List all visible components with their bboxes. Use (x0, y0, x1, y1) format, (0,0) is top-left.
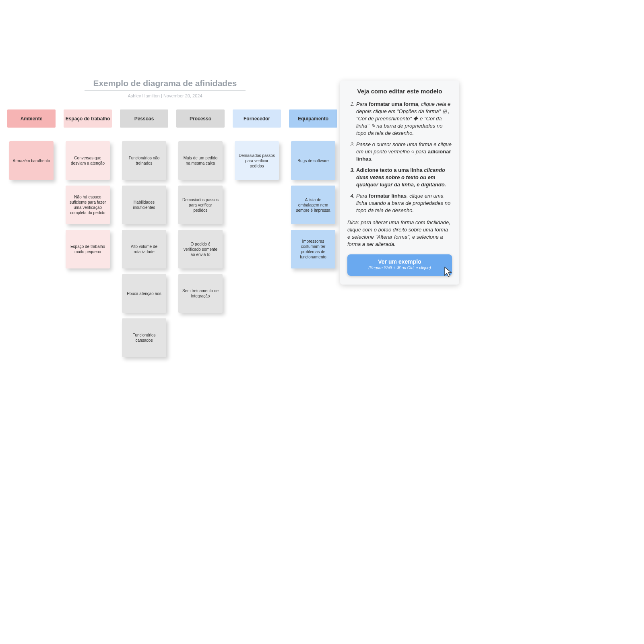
cursor-icon (442, 266, 454, 279)
affinity-card[interactable]: A lista de embalagem nem sempre é impres… (291, 186, 335, 224)
column-5: EquipamentoBugs de softwareA lista de em… (289, 109, 337, 363)
column-3: ProcessoMais de um pedido na mesma caixa… (176, 109, 225, 363)
column-header[interactable]: Ambiente (7, 109, 56, 128)
help-step: Para formatar linhas, clique em uma linh… (356, 192, 452, 214)
affinity-card[interactable]: Impressoras costumam ter problemas de fu… (291, 230, 335, 268)
see-example-button-label: Ver um exemplo (378, 258, 421, 265)
affinity-card[interactable]: Habilidades insuficientes (122, 186, 166, 224)
canvas: Exemplo de diagrama de afinidades Ashley… (0, 0, 644, 644)
help-steps: Para formatar uma forma, clique nela e d… (347, 101, 452, 214)
see-example-button-sub: (Segure Shift + ⌘ ou Ctrl, e clique) (350, 266, 450, 270)
affinity-card[interactable]: Não há espaço suficiente para fazer uma … (66, 186, 110, 224)
affinity-card[interactable]: Demasiados passos para verificar pedidos (178, 186, 223, 224)
help-tip: Dica: para alterar uma forma com facilid… (347, 219, 452, 248)
affinity-card[interactable]: Armazém barulhento (9, 141, 54, 180)
see-example-button[interactable]: Ver um exemplo (Segure Shift + ⌘ ou Ctrl… (347, 254, 452, 276)
column-2: PessoasFuncionários não treinadosHabilid… (120, 109, 168, 363)
columns-container: AmbienteArmazém barulhentoEspaço de trab… (0, 109, 330, 363)
help-step: Passe o cursor sobre uma forma e clique … (356, 141, 452, 163)
title-block: Exemplo de diagrama de afinidades Ashley… (85, 78, 246, 98)
diagram-title[interactable]: Exemplo de diagrama de afinidades (85, 78, 246, 91)
help-title: Veja como editar este modelo (347, 88, 452, 95)
affinity-card[interactable]: Bugs de software (291, 141, 335, 180)
meta-separator: | (160, 93, 163, 98)
affinity-card[interactable]: Funcionários não treinados (122, 141, 166, 180)
column-1: Espaço de trabalhoConversas que desviam … (64, 109, 112, 363)
help-step: Para formatar uma forma, clique nela e d… (356, 101, 452, 137)
affinity-card[interactable]: Espaço de trabalho muito pequeno (66, 230, 110, 268)
affinity-card[interactable]: Pouca atenção aos (122, 274, 166, 313)
affinity-card[interactable]: O pedido é verificado somente ao enviá-l… (178, 230, 223, 268)
column-4: FornecedorDemasiados passos para verific… (233, 109, 281, 363)
affinity-card[interactable]: Sem treinamento de integração (178, 274, 223, 313)
diagram-date: November 20, 2024 (163, 93, 202, 98)
column-header[interactable]: Espaço de trabalho (64, 109, 112, 128)
affinity-card[interactable]: Demasiados passos para verificar pedidos (235, 141, 279, 180)
column-header[interactable]: Fornecedor (233, 109, 281, 128)
diagram-meta: Ashley Hamilton | November 20, 2024 (85, 93, 246, 98)
affinity-card[interactable]: Conversas que desviam a atenção (66, 141, 110, 180)
affinity-diagram: Exemplo de diagrama de afinidades Ashley… (0, 78, 330, 363)
affinity-card[interactable]: Alto volume de rotatividade (122, 230, 166, 268)
help-step: Adicione texto a uma linha clicando duas… (356, 167, 452, 188)
help-panel: Veja como editar este modelo Para format… (340, 80, 459, 285)
affinity-card[interactable]: Mais de um pedido na mesma caixa (178, 141, 223, 180)
diagram-author: Ashley Hamilton (128, 93, 159, 98)
affinity-card[interactable]: Funcionários cansados (122, 318, 166, 357)
column-header[interactable]: Pessoas (120, 109, 168, 128)
column-0: AmbienteArmazém barulhento (7, 109, 56, 363)
column-header[interactable]: Processo (176, 109, 225, 128)
column-header[interactable]: Equipamento (289, 109, 337, 128)
